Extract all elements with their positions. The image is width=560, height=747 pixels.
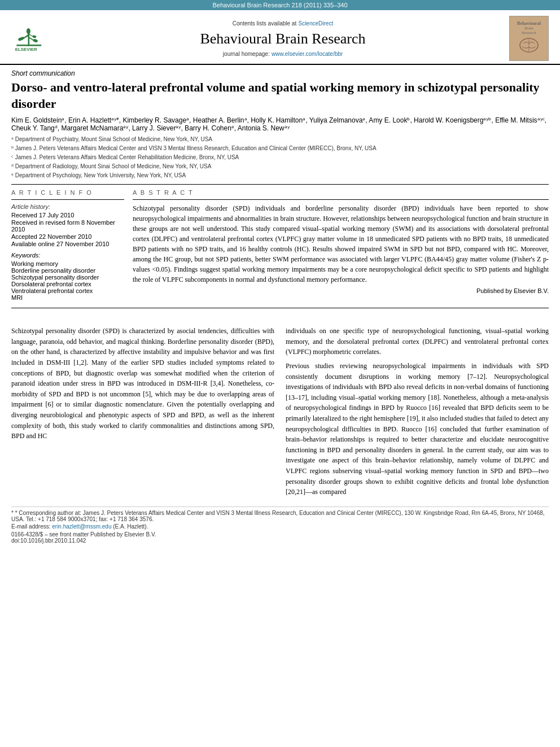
keyword-4: Dorsolateral prefrontal cortex [11,281,124,287]
keyword-2: Borderline personality disorder [11,267,124,274]
article-info-col: A R T I C L E I N F O Article history: R… [11,189,124,301]
article-title: Dorso- and ventro-lateral prefrontal vol… [11,80,549,112]
affiliation-a: ᵃ Department of Psychiatry, Mount Sinai … [11,135,549,143]
email-label: E-mail address: [11,523,50,530]
journal-citation: Behavioural Brain Research 218 (2011) 33… [212,2,347,8]
affiliation-b: ᵇ James J. Peters Veterans Affairs Medic… [11,144,549,152]
affiliation-c: ᶜ James J. Peters Veterans Affairs Medic… [11,153,549,161]
abstract-heading: A B S T R A C T [133,189,549,196]
email-suffix: (E.A. Hazlett). [113,523,148,530]
affiliations: ᵃ Department of Psychiatry, Mount Sinai … [11,135,549,180]
section-divider [11,184,549,185]
abstract-divider [133,199,549,200]
email-address[interactable]: erin.hazlett@mssm.edu [52,523,111,530]
journal-header: ELSEVIER Contents lists available at Sci… [0,10,560,65]
issn-text: 0166-4328/$ – see front matter Published… [11,531,549,538]
received-date: Received 17 July 2010 [11,212,124,219]
available-date: Available online 27 November 2010 [11,241,124,247]
journal-citation-bar: Behavioural Brain Research 218 (2011) 33… [0,0,560,10]
elsevier-logo-icon: ELSEVIER [14,24,54,53]
footnote-star: * [11,510,15,516]
body-section: Schizotypal personality disorder (SPD) i… [0,312,560,549]
info-divider [11,199,124,200]
email-line: E-mail address: erin.hazlett@mssm.edu (E… [11,523,549,530]
elsevier-logo: ELSEVIER [11,24,56,53]
journal-header-center: Contents lists available at ScienceDirec… [56,19,509,58]
keyword-6: MRI [11,294,124,301]
contents-available-text: Contents lists available at ScienceDirec… [56,19,509,28]
homepage-text: journal homepage: www.elsevier.com/locat… [56,49,509,58]
info-abstract-section: A R T I C L E I N F O Article history: R… [11,189,549,301]
keywords-heading: Keywords: [11,252,124,259]
svg-text:ELSEVIER: ELSEVIER [15,47,37,52]
article-info-heading: A R T I C L E I N F O [11,189,124,196]
affiliation-e: ᵉ Department of Psychology, New York Uni… [11,171,549,180]
body-divider [11,308,549,308]
keyword-1: Working memory [11,260,124,267]
svg-point-7 [33,38,38,43]
body-col-right: individuals on one specific type of neur… [286,326,549,501]
body-col-left: Schizotypal personality disorder (SPD) i… [11,326,274,501]
body-paragraph-2: individuals on one specific type of neur… [286,326,549,357]
science-direct-link[interactable]: ScienceDirect [298,20,333,27]
body-paragraph-1: Schizotypal personality disorder (SPD) i… [11,326,274,442]
accepted-date: Accepted 22 November 2010 [11,233,124,240]
abstract-col: A B S T R A C T Schizotypal personality … [133,189,549,301]
footnote-section: * * Corresponding author at: James J. Pe… [11,506,549,530]
keyword-5: Ventrolateral prefrontal cortex [11,287,124,294]
abstract-text: Schizotypal personality disorder (SPD) i… [133,203,549,285]
doi-text: doi:10.1016/j.bbr.2010.11.042 [11,538,549,544]
corresponding-author: * * Corresponding author at: James J. Pe… [11,510,549,522]
body-columns: Schizotypal personality disorder (SPD) i… [11,326,549,501]
svg-point-10 [27,28,30,34]
history-label: Article history: [11,203,124,210]
svg-point-8 [32,35,37,38]
published-by: Published by Elsevier B.V. [133,287,549,294]
journal-title: Behavioural Brain Research [56,30,509,47]
body-paragraph-3: Previous studies reviewing neuropsycholo… [286,361,549,497]
article-type-label: Short communication [11,69,549,77]
keyword-3: Schizotypal personality disorder [11,274,124,281]
journal-cover-thumbnail: Behavioural Brain Research [509,16,549,61]
doi-line: 0166-4328/$ – see front matter Published… [11,531,549,544]
affiliation-d: ᵈ Department of Radiology, Mount Sinai S… [11,162,549,171]
authors-list: Kim E. Goldsteinᵃ, Erin A. Hazlettᵃʸ*, K… [11,116,549,132]
homepage-link[interactable]: www.elsevier.com/locate/bbr [272,51,343,57]
article-section: Short communication Dorso- and ventro-la… [0,65,560,308]
corresponding-text: * Corresponding author at: James J. Pete… [11,510,545,522]
revised-date: Received in revised form 8 November 2010 [11,219,124,233]
